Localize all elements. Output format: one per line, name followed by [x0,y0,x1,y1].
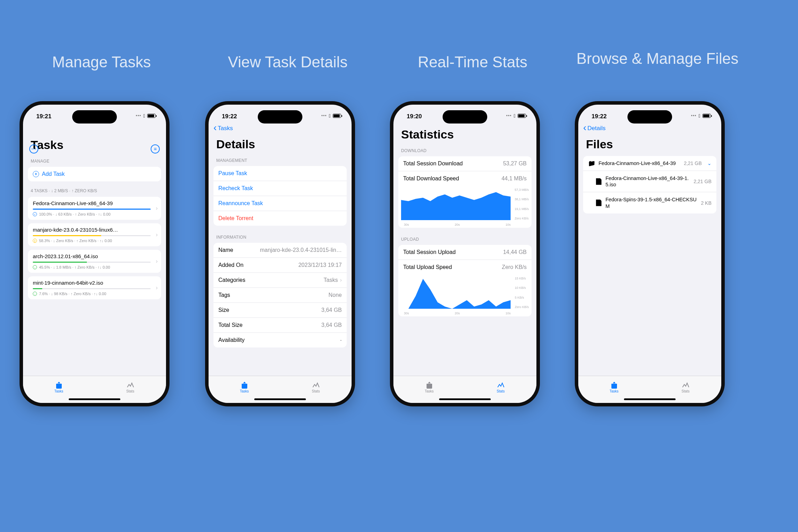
back-button[interactable]: Details [583,125,605,132]
file-name: Fedora-Spins-39-1.5-x86_64-CHECKSUM [605,196,698,209]
battery-icon [147,114,156,118]
status-icon: ↓ [33,265,37,269]
wifi-icon: 󰖩 [699,113,700,119]
file-row[interactable]: 📁 Fedora-Cinnamon-Live-x86_64-39 2,21 GB… [583,156,716,171]
info-value: Tasks [324,277,338,283]
task-row[interactable]: mint-19-cinnamon-64bit-v2.iso ↓7.6% · ↓ … [28,276,161,299]
task-meta: ↓45.5% · ↓ 1.8 MB/s · ↑ Zero KB/s · ↑↓ 0… [33,265,151,269]
info-key: Total Size [218,322,242,328]
info-key: Name [218,247,233,253]
add-task-button[interactable]: + Add Task [28,167,161,181]
file-row[interactable]: 📄 Fedora-Cinnamon-Live-x86_64-39-1.5.iso… [583,171,716,192]
home-indicator [624,398,676,400]
task-meta: ↓7.6% · ↓ 98 KB/s · ↑ Zero KB/s · ↑↓ 0.0… [33,292,151,296]
download-card: Total Session Download53,27 GBTotal Down… [398,156,532,228]
back-button[interactable]: Tasks [213,125,233,132]
info-row: TagsNone [213,288,347,303]
action-recheck-task[interactable]: Recheck Task [213,181,347,196]
cellular-icon: ••• [506,113,512,118]
chevron-down-icon[interactable]: ⌄ [707,160,712,166]
task-row[interactable]: arch-2023.12.01-x86_64.iso ↓45.5% · ↓ 1.… [28,250,161,273]
phone-details: 19:22 •••󰖩 Tasks Details MANAGEMENT Paus… [205,101,355,406]
task-name: manjaro-kde-23.0.4-231015-linux6… [33,227,151,233]
stat-row: Total Upload SpeedZero KB/s [398,260,532,275]
info-key: Added On [218,262,243,268]
marketing-screenshot-grid: Manage Tasks View Task Details Real-Time… [0,0,798,532]
file-size: 2 KB [701,200,712,206]
chevron-right-icon: › [156,205,158,211]
upload-header: UPLOAD [393,233,536,243]
download-chart: 57,3 MB/s38,1 MB/s19,1 MB/sZero KB/s 30s… [398,186,532,228]
progress-bar [33,235,151,236]
caption-2: View Task Details [202,52,373,72]
page-title: Details [209,136,352,155]
caption-4: Browse & Manage Files [572,49,743,68]
info-key: Availability [218,337,244,343]
task-list-summary: 4 TASKS · ↓ 2 MB/S · ↑ ZERO KB/S [23,187,166,195]
progress-bar [33,262,151,263]
management-header: MANAGEMENT [209,155,352,165]
manage-header: MANAGE [23,155,166,165]
home-indicator [439,398,491,400]
phone-tasks: 19:21 •••󰖩 ⋯ ≡ Tasks MANAGE + Add Task 4… [20,101,170,406]
progress-bar [33,288,151,289]
status-time: 19:21 [36,113,51,120]
status-icon: ↓ [33,292,37,296]
info-key: Size [218,307,229,313]
information-header: INFORMATION [209,231,352,241]
more-icon[interactable]: ⋯ [29,144,38,153]
chevron-right-icon: › [340,277,342,283]
wifi-icon: 󰖩 [143,113,145,119]
file-icon: 📄 [595,200,602,206]
add-task-label: Add Task [42,171,65,177]
chevron-right-icon: › [156,285,158,291]
caption-1: Manage Tasks [16,52,187,72]
battery-icon [333,114,341,118]
cellular-icon: ••• [136,113,141,118]
dynamic-island [443,110,487,123]
stat-row: Total Session Download53,27 GB [398,156,532,171]
info-key: Categories [218,277,245,283]
info-value: None [329,292,342,298]
action-pause-task[interactable]: Pause Task [213,166,347,181]
info-key: Tags [218,292,230,298]
battery-icon [702,114,711,118]
battery-icon [518,114,526,118]
download-header: DOWNLOAD [393,145,536,155]
chevron-right-icon: › [156,232,158,238]
status-icon: ✓ [33,212,37,216]
phone-statistics: 19:20 •••󰖩 Statistics DOWNLOAD Total Ses… [390,101,540,406]
file-size: 2,21 GB [694,179,712,184]
cellular-icon: ••• [691,113,697,118]
info-row: Added On2023/12/13 19:17 [213,258,347,273]
phone-files: 19:22 •••󰖩 Details Files 📁 Fedora-Cinnam… [575,101,725,406]
upload-chart: 15 KB/s10 KB/s5 KB/sZero KB/s 30s20s10s [398,275,532,316]
file-size: 2,21 GB [684,160,702,166]
status-time: 19:22 [592,113,607,120]
info-row[interactable]: CategoriesTasks› [213,273,347,288]
file-row[interactable]: 📄 Fedora-Spins-39-1.5-x86_64-CHECKSUM 2 … [583,192,716,213]
info-row: Namemanjaro-kde-23.0.4-231015-lin… [213,243,347,258]
filter-icon[interactable]: ≡ [151,144,160,153]
plus-icon: + [33,171,39,177]
action-delete-torrent[interactable]: Delete Torrent [213,211,347,226]
stat-row: Total Download Speed44,1 MB/s [398,171,532,186]
wifi-icon: 󰖩 [329,113,331,119]
info-row: Size3,64 GB [213,303,347,318]
task-row[interactable]: manjaro-kde-23.0.4-231015-linux6… ∥58.3%… [28,223,161,246]
page-title: Files [578,136,721,155]
task-meta: ✓100.0% · ↓ 63 KB/s · ↑ Zero KB/s · ↑↓ 0… [33,212,151,216]
home-indicator [254,398,306,400]
progress-bar [33,209,151,210]
action-reannounce-task[interactable]: Reannounce Task [213,196,347,211]
info-row: Availability- [213,333,347,347]
task-row[interactable]: Fedora-Cinnamon-Live-x86_64-39 ✓100.0% ·… [28,197,161,220]
chevron-right-icon: › [156,258,158,264]
file-name: Fedora-Cinnamon-Live-x86_64-39-1.5.iso [605,175,690,188]
upload-card: Total Session Upload14,44 GBTotal Upload… [398,245,532,316]
folder-icon: 📁 [588,160,595,166]
info-value: 3,64 GB [321,322,342,328]
home-indicator [69,398,120,400]
task-meta: ∥58.3% · ↓ Zero KB/s · ↑ Zero KB/s · ↑↓ … [33,239,151,243]
wifi-icon: 󰖩 [514,113,515,119]
